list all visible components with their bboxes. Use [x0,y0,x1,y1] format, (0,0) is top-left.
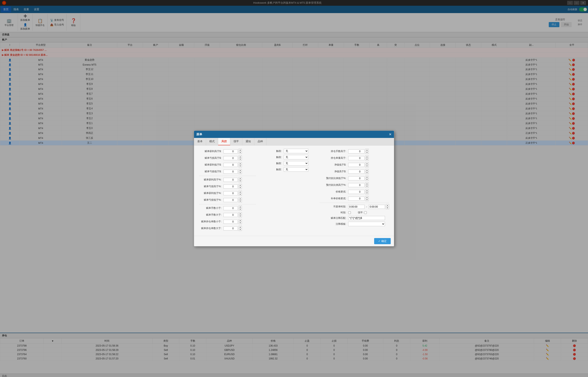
form-row-hold-orders-high: 持仓单量高于: ▲ ▼ [320,155,389,161]
select-trigger-1[interactable]: 无 平仓 停止 反转 [284,149,308,153]
spinner-hold-more[interactable]: ▲ ▼ [239,226,242,231]
input-loss-high-dollar[interactable] [223,156,238,160]
checkbox-qianping[interactable] [364,211,367,214]
spinner-loss-high-dollar[interactable]: ▲ ▼ [239,155,242,161]
label-trigger-4: 触发: [259,168,282,171]
spinner-hold-orders-high[interactable]: ▲ ▼ [365,155,369,161]
input-margin-low[interactable] [348,176,365,180]
spinner-up[interactable]: ▲ [239,149,242,152]
spinner-loss-low-dollar[interactable]: ▲ ▼ [239,169,242,174]
label-hold-less: 赋单持仓单数小于: [199,220,221,223]
input-price-better[interactable] [348,190,365,194]
spinner-down[interactable]: ▼ [239,200,242,202]
input-lots-less[interactable] [223,206,238,210]
input-annotation-match[interactable] [348,216,385,220]
modal-tab-basic[interactable]: 基本 [194,138,206,145]
spinner-equity-high[interactable]: ▲ ▼ [365,169,369,174]
confirm-button[interactable]: ✓ 确定 [374,238,391,244]
spinner-profit-high-pct[interactable]: ▲ ▼ [239,177,242,182]
select-annotation-template[interactable] [348,222,385,226]
input-margin-high[interactable] [348,183,365,187]
modal-tab-mode[interactable]: 模式 [206,138,218,145]
label-profit-low-dollar: 赋单获利低于$: [199,163,221,166]
label-hold-orders-high: 持仓单量高于: [320,156,346,160]
form-row-loss-high-pct: 赋单亏损高于%: ▲ ▼ [199,184,256,189]
modal-close-button[interactable]: ✕ [389,132,392,136]
spinner-loss-low-pct[interactable]: ▲ ▼ [239,197,242,202]
spinner-lots-less[interactable]: ▲ ▼ [239,206,242,211]
modal-overlay[interactable]: 跟单 ✕ 基本 模式 风控 强平 通知 品种 赋单获利高于$: [0,0,588,377]
modal-tab-flat[interactable]: 强平 [230,138,242,145]
spinner-up[interactable]: ▲ [239,226,242,228]
input-supplement-price[interactable] [348,197,365,201]
spinner-down[interactable]: ▼ [239,165,242,167]
spinner-down[interactable]: ▼ [239,180,242,182]
form-row-profit-high-pct: 赋单获利高于%: ▲ ▼ [199,177,256,182]
input-hold-orders-high[interactable] [348,156,365,160]
input-hold-lots-high[interactable] [348,149,365,153]
spinner-down[interactable]: ▼ [239,215,242,217]
input-equity-low[interactable] [348,163,365,167]
input-lots-more[interactable] [223,213,238,217]
input-hold-less[interactable] [223,220,238,224]
label-equity-low: 净值低于$: [320,163,346,166]
spinner-down[interactable]: ▼ [239,187,242,189]
spinner-price-better[interactable]: ▲ ▼ [365,189,369,194]
spinner-time-end[interactable]: ▲ ▼ [386,204,389,209]
spinner-down[interactable]: ▼ [239,158,242,160]
spinner-up[interactable]: ▲ [239,212,242,215]
input-loss-high-pct[interactable] [223,185,238,188]
spinner-equity-low[interactable]: ▲ ▼ [365,162,369,167]
spinner-margin-low[interactable]: ▲ ▼ [365,176,369,181]
select-trigger-4[interactable]: 无 平仓 停止 反转 [284,167,308,172]
label-annotation-template: 注释模板: [320,222,346,226]
spinner-down[interactable]: ▼ [239,222,242,224]
form-col-3: 持仓手数高于: ▲ ▼ 持仓单量高于: ▲ ▼ [318,149,391,233]
form-divider-3 [320,203,389,203]
input-profit-high-pct[interactable] [223,178,238,182]
form-row-time-period: 不跟单时段: - ▲ ▼ [320,204,389,209]
spinner-down[interactable]: ▼ [239,228,242,231]
input-time-end[interactable] [369,205,385,209]
spinner-profit-low-pct[interactable]: ▲ ▼ [239,191,242,196]
spinner-down[interactable]: ▼ [239,208,242,211]
modal-tab-notify[interactable]: 通知 [242,138,254,145]
spinner-up[interactable]: ▲ [239,219,242,222]
spinner-hold-lots-high[interactable]: ▲ ▼ [365,149,369,154]
checkbox-period[interactable] [348,211,351,214]
label-lots-more: 赋单手数大于: [199,213,221,217]
input-hold-more[interactable] [223,226,238,231]
spinner-profit-low-dollar[interactable]: ▲ ▼ [239,162,242,167]
spinner-up[interactable]: ▲ [239,184,242,187]
label-period: 时段: [320,211,346,214]
form-col-1: 赋单获利高于$: ▲ ▼ 赋单亏损高于$: ▲ ▼ [197,149,258,233]
spinner-loss-high-pct[interactable]: ▲ ▼ [239,184,242,189]
spinner-up[interactable]: ▲ [239,206,242,208]
spinner-lots-more[interactable]: ▲ ▼ [239,212,242,217]
input-equity-high[interactable] [348,170,365,174]
modal-tab-symbol[interactable]: 品种 [254,138,266,145]
select-trigger-3[interactable]: 无 平仓 停止 反转 [284,161,308,165]
spinner-up[interactable]: ▲ [239,163,242,165]
input-loss-low-dollar[interactable] [223,170,238,174]
label-price-better: 价格更优: [320,190,346,193]
spinner-down[interactable]: ▼ [239,152,242,154]
spinner-up[interactable]: ▲ [239,177,242,180]
input-loss-low-pct[interactable] [223,198,238,202]
spinner-hold-less[interactable]: ▲ ▼ [239,219,242,224]
select-trigger-2[interactable]: 无 平仓 停止 反转 [284,155,308,159]
spinner-down[interactable]: ▼ [239,172,242,174]
spinner-down[interactable]: ▼ [239,193,242,196]
input-profit-high-dollar[interactable] [223,149,238,153]
spinner-profit-high-dollar[interactable]: ▲ ▼ [239,149,242,154]
spinner-up[interactable]: ▲ [239,191,242,193]
spinner-up[interactable]: ▲ [239,169,242,172]
spinner-up[interactable]: ▲ [239,156,242,158]
spinner-supplement-price[interactable]: ▲ ▼ [365,196,369,201]
input-profit-low-pct[interactable] [223,191,238,195]
input-profit-low-dollar[interactable] [223,163,238,167]
spinner-margin-high[interactable]: ▲ ▼ [365,182,369,188]
spinner-up[interactable]: ▲ [239,198,242,200]
input-time-start[interactable] [348,205,365,209]
modal-tab-risk[interactable]: 风控 [218,138,230,145]
